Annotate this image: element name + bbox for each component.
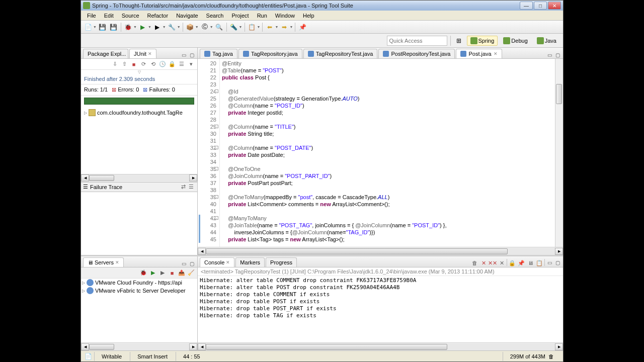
perspective-java[interactable]: Java [533,36,560,46]
maximize-view-icon[interactable]: ▢ [188,51,195,58]
gc-icon[interactable]: 🗑 [548,353,554,359]
back-icon[interactable]: ⬅ [265,22,275,32]
collapse-icon[interactable]: ▽ [81,70,197,74]
maximize-view-icon[interactable]: ▢ [554,259,561,266]
editor-tab-tagrepositorytest-java[interactable]: TagRepositoryTest.java [303,49,378,58]
menu-source[interactable]: Source [118,12,143,20]
save-icon[interactable]: 💾 [98,22,108,32]
quick-access-input[interactable] [387,36,447,46]
clean-icon[interactable]: 🧹 [187,269,195,277]
server-item[interactable]: ▷VMware Cloud Foundry - https://api [81,279,197,287]
stop-server-icon[interactable]: ■ [168,269,176,277]
menu-file[interactable]: File [83,12,100,20]
tab-package-expl-[interactable]: Package Expl... [83,49,128,58]
remove-launch-icon[interactable]: ✕ [479,259,488,267]
run-icon[interactable]: ▶ [138,22,148,32]
open-type-icon[interactable]: 🔍 [214,22,224,32]
filter-icon[interactable]: ☰ [187,183,195,191]
external-tools-icon[interactable]: 🔧 [167,22,177,32]
start-debug-icon[interactable]: 🐞 [139,269,147,277]
tree-item[interactable]: ▷ com.cloudfoundry.tothought.TagRe [83,109,195,117]
rerun-failed-icon[interactable]: ⟲ [149,60,157,68]
minimize-button[interactable]: — [520,2,533,10]
console-h-scrollbar[interactable]: ◀▶ [198,342,563,350]
tree-item-label: com.cloudfoundry.tothought.TagRe [97,110,183,116]
editor-tab-post-java[interactable]: Post.java ✕ [456,49,502,58]
tab-markers[interactable]: Markers [235,257,265,267]
new-icon[interactable]: 📄 [83,22,93,32]
publish-icon[interactable]: 📤 [178,269,186,277]
profile-icon[interactable]: ▶ [158,269,167,277]
menu-search[interactable]: Search [202,12,228,20]
editor-tab-tagrepository-java[interactable]: TagRepository.java [238,49,302,58]
scroll-lock-icon[interactable]: 🔒 [508,259,516,267]
tab-servers[interactable]: 🖥 Servers ✕ [83,257,124,267]
junit-tree[interactable]: ▷ com.cloudfoundry.tothought.TagRe [81,107,197,174]
editor-tab-tag-java[interactable]: Tag.java [200,49,237,58]
close-button[interactable]: ✕ [548,2,561,10]
terminate-icon[interactable]: ✕ [498,259,506,267]
menu-edit[interactable]: Edit [100,12,118,20]
prev-failure-icon[interactable]: ⇧ [120,60,128,68]
perspective-debug[interactable]: Debug [500,36,531,46]
tab-progress[interactable]: Progress [266,257,297,267]
stop-icon[interactable]: ■ [130,60,138,68]
editor-h-scrollbar[interactable]: ◀▶ [198,247,563,255]
tab-console[interactable]: Console✕ [200,257,234,267]
run-last-icon[interactable]: ▶ [152,22,163,32]
menu-help[interactable]: Help [299,12,318,20]
console-launch-label: <terminated> TagRepositoryTest (1) [JUni… [198,267,563,276]
menu-project[interactable]: Project [227,12,253,20]
v-scrollbar[interactable] [555,59,563,247]
h-scrollbar[interactable]: ◀▶ [81,174,197,182]
servers-h-scrollbar[interactable]: ◀▶ [81,342,197,350]
editor-tab-postrepositorytest-java[interactable]: PostRepositoryTest.java [378,49,455,58]
pin-console-icon[interactable]: 📌 [517,259,525,267]
console-output[interactable]: Hibernate: alter table COMMENT drop cons… [198,276,563,342]
next-failure-icon[interactable]: ⇩ [111,60,119,68]
expand-arrow-icon[interactable]: ▷ [84,111,87,115]
menu-navigate[interactable]: Navigate [172,12,202,20]
servers-tree[interactable]: ▷VMware Cloud Foundry - https://api▷VMwa… [81,279,197,342]
rerun-icon[interactable]: ⟳ [139,60,147,68]
history-icon[interactable]: 🕓 [158,60,167,68]
tab-junit[interactable]: JUnit✕ [129,49,156,58]
close-tab-icon[interactable]: ✕ [115,260,119,265]
clear-console-icon[interactable]: 🗑 [470,259,478,267]
minimize-view-icon[interactable]: ▭ [180,51,187,58]
failure-trace-label: Failure Trace [90,184,122,190]
status-writable: Writable [94,352,129,361]
debug-icon[interactable]: 🐞 [123,22,133,32]
menu-run[interactable]: Run [253,12,271,20]
open-console-icon[interactable]: 📋 [535,259,543,267]
pin-icon[interactable]: 📌 [297,22,307,32]
layout-icon[interactable]: ☰ [178,60,186,68]
start-server-icon[interactable]: ▶ [149,269,157,277]
lock-icon[interactable]: 🔒 [168,60,176,68]
compare-icon[interactable]: ⇄ [179,183,187,191]
toggle-breadcrumb-icon[interactable]: 📋 [247,22,257,32]
remove-all-icon[interactable]: ✕✕ [489,259,497,267]
view-menu-icon[interactable]: ▾ [187,60,195,68]
server-item[interactable]: ▷VMware vFabric tc Server Developer [81,287,197,295]
minimize-view-icon[interactable]: ▭ [180,260,187,267]
forward-icon[interactable]: ➡ [279,22,289,32]
display-console-icon[interactable]: 🖥 [526,259,534,267]
maximize-button[interactable]: □ [534,2,547,10]
perspective-spring[interactable]: Spring [467,36,498,46]
minimize-editor-icon[interactable]: ▭ [546,51,553,58]
open-perspective-icon[interactable]: ⊞ [454,36,464,46]
menu-refactor[interactable]: Refactor [143,12,173,20]
code-editor[interactable]: 2021222324-2526272829-303132-333435-3637… [198,59,563,247]
failure-trace-header: ☰ Failure Trace ⇄ ☰ [81,182,197,192]
save-all-icon[interactable]: 💾 [109,22,119,32]
menu-window[interactable]: Window [271,12,299,20]
search-icon[interactable]: 🔦 [229,22,239,32]
status-icon[interactable]: 📄 [83,351,93,361]
maximize-editor-icon[interactable]: ▢ [554,51,561,58]
new-class-icon[interactable]: Ⓒ [200,22,210,32]
new-package-icon[interactable]: 📦 [185,22,195,32]
minimize-view-icon[interactable]: ▭ [546,259,553,266]
maximize-view-icon[interactable]: ▢ [188,260,195,267]
test-suite-icon [89,109,96,116]
